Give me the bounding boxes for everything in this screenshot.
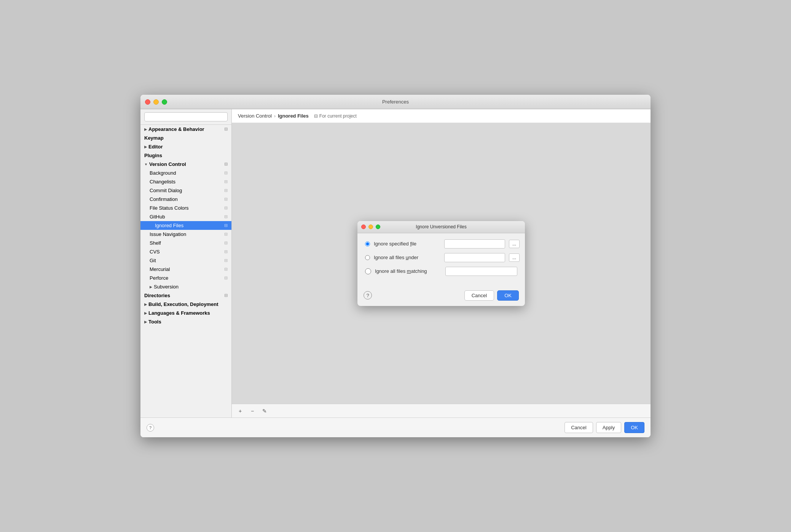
sidebar-item-confirmation[interactable]: Confirmation ⊟	[140, 195, 231, 204]
remove-icon: −	[251, 408, 254, 414]
modal-footer: ? Cancel OK	[357, 287, 525, 306]
sidebar: 🔍 ▶ Appearance & Behavior ⊟ Keymap ▶ Edi…	[140, 109, 232, 417]
minimize-button[interactable]	[153, 99, 159, 105]
option2-browse-button[interactable]: ...	[509, 253, 520, 262]
sidebar-item-commit-dialog[interactable]: Commit Dialog ⊟	[140, 186, 231, 195]
search-input[interactable]	[144, 112, 228, 121]
settings-icon: ⊟	[224, 188, 228, 193]
option2-text-field[interactable]	[444, 253, 505, 262]
settings-icon: ⊟	[224, 214, 228, 219]
ok-button[interactable]: OK	[624, 422, 644, 433]
option3-radio[interactable]	[365, 268, 371, 274]
sidebar-item-perforce[interactable]: Perforce ⊟	[140, 274, 231, 282]
sidebar-item-keymap[interactable]: Keymap	[140, 134, 231, 142]
sidebar-item-label: Mercurial	[150, 266, 223, 272]
sidebar-item-plugins[interactable]: Plugins	[140, 151, 231, 160]
sidebar-item-directories[interactable]: Directories ⊟	[140, 291, 231, 300]
option1-label: Ignore specified file	[374, 241, 440, 247]
project-label: For current project	[319, 113, 357, 119]
add-button[interactable]: +	[235, 407, 246, 415]
sidebar-item-cvs[interactable]: CVS ⊟	[140, 247, 231, 256]
sidebar-item-git[interactable]: Git ⊟	[140, 256, 231, 265]
window-body: 🔍 ▶ Appearance & Behavior ⊟ Keymap ▶ Edi…	[140, 109, 651, 417]
sidebar-item-label: Shelf	[150, 240, 223, 246]
sidebar-item-appearance[interactable]: ▶ Appearance & Behavior ⊟	[140, 125, 231, 134]
apply-button[interactable]: Apply	[596, 422, 622, 433]
sidebar-item-label: Background	[150, 170, 223, 176]
window-title: Preferences	[382, 99, 409, 105]
close-button[interactable]	[145, 99, 150, 105]
cancel-button[interactable]: Cancel	[565, 422, 593, 433]
sidebar-item-background[interactable]: Background ⊟	[140, 169, 231, 177]
sidebar-item-label: Languages & Frameworks	[148, 310, 228, 316]
edit-button[interactable]: ✎	[259, 407, 270, 415]
sidebar-item-languages[interactable]: ▶ Languages & Frameworks	[140, 309, 231, 317]
option2-label: Ignore all files under	[374, 255, 440, 260]
modal-cancel-button[interactable]: Cancel	[464, 290, 494, 301]
sidebar-item-label: Perforce	[150, 275, 223, 281]
main-content: Version Control › Ignored Files ⊟ For cu…	[232, 109, 651, 417]
settings-icon: ⊟	[224, 223, 228, 228]
sidebar-item-editor[interactable]: ▶ Editor	[140, 142, 231, 151]
sidebar-item-label: Directories	[144, 293, 223, 298]
settings-icon: ⊟	[224, 276, 228, 280]
sidebar-item-label: GitHub	[150, 214, 223, 220]
remove-button[interactable]: −	[247, 407, 258, 415]
sidebar-item-subversion[interactable]: ▶ Subversion	[140, 282, 231, 291]
modal-close-button[interactable]	[361, 225, 366, 229]
settings-icon: ⊟	[224, 293, 228, 298]
modal-ok-button[interactable]: OK	[497, 290, 519, 301]
bottom-buttons: ? Cancel Apply OK	[140, 417, 651, 437]
modal-help-button[interactable]: ?	[364, 291, 372, 299]
project-icon: ⊟	[314, 113, 318, 119]
option2-radio[interactable]	[365, 255, 370, 261]
sidebar-item-label: Build, Execution, Deployment	[148, 301, 228, 307]
sidebar-item-issue-navigation[interactable]: Issue Navigation ⊟	[140, 230, 231, 239]
preferences-window: Preferences 🔍 ▶ Appearance & Behavior ⊟ …	[140, 95, 651, 437]
option1-text-field[interactable]	[444, 239, 505, 248]
sidebar-item-label: Appearance & Behavior	[148, 126, 223, 132]
maximize-button[interactable]	[162, 99, 167, 105]
sidebar-item-tools[interactable]: ▶ Tools	[140, 317, 231, 326]
content-area: No ignored files Ignore Unversioned File…	[232, 123, 651, 404]
sidebar-item-file-status-colors[interactable]: File Status Colors ⊟	[140, 204, 231, 212]
add-icon: +	[239, 408, 242, 414]
sidebar-item-github[interactable]: GitHub ⊟	[140, 212, 231, 221]
sidebar-item-label: Git	[150, 258, 223, 263]
arrow-icon: ▶	[144, 311, 147, 315]
option3-text-field[interactable]	[445, 267, 517, 276]
sidebar-item-ignored-files[interactable]: Ignored Files ⊟	[140, 221, 231, 230]
breadcrumb-parent: Version Control	[238, 113, 272, 119]
help-button[interactable]: ?	[147, 424, 154, 432]
sidebar-item-label: Commit Dialog	[150, 188, 223, 193]
search-bar: 🔍	[140, 109, 231, 125]
ignore-unversioned-files-dialog: Ignore Unversioned Files Ignore specifie…	[357, 221, 525, 306]
breadcrumb-current: Ignored Files	[278, 113, 309, 119]
sidebar-item-label: Ignored Files	[155, 223, 223, 228]
title-bar-buttons	[145, 99, 167, 105]
option3-row: Ignore all files matching	[365, 267, 517, 276]
breadcrumb: Version Control › Ignored Files ⊟ For cu…	[232, 109, 651, 123]
settings-icon: ⊟	[224, 232, 228, 237]
sidebar-item-label: Confirmation	[150, 196, 223, 202]
sidebar-item-mercurial[interactable]: Mercurial ⊟	[140, 265, 231, 274]
settings-icon: ⊟	[224, 127, 228, 132]
arrow-icon: ▼	[144, 162, 148, 166]
search-wrap: 🔍	[144, 112, 228, 121]
sidebar-item-label: Version Control	[149, 161, 223, 167]
arrow-icon: ▶	[144, 127, 147, 131]
option1-row: Ignore specified file ...	[365, 239, 517, 248]
sidebar-item-shelf[interactable]: Shelf ⊟	[140, 239, 231, 247]
sidebar-item-build[interactable]: ▶ Build, Execution, Deployment	[140, 300, 231, 309]
modal-maximize-button[interactable]	[376, 225, 380, 229]
settings-icon: ⊟	[224, 267, 228, 272]
edit-icon: ✎	[262, 408, 267, 414]
sidebar-item-version-control[interactable]: ▼ Version Control ⊟	[140, 160, 231, 169]
modal-body: Ignore specified file ... Ignore all fil…	[357, 233, 525, 287]
modal-minimize-button[interactable]	[368, 225, 373, 229]
settings-icon: ⊟	[224, 162, 228, 167]
option1-browse-button[interactable]: ...	[509, 240, 520, 248]
sidebar-item-changelists[interactable]: Changelists ⊟	[140, 177, 231, 186]
option1-radio[interactable]	[365, 241, 370, 247]
bottom-toolbar: + − ✎	[232, 404, 651, 417]
